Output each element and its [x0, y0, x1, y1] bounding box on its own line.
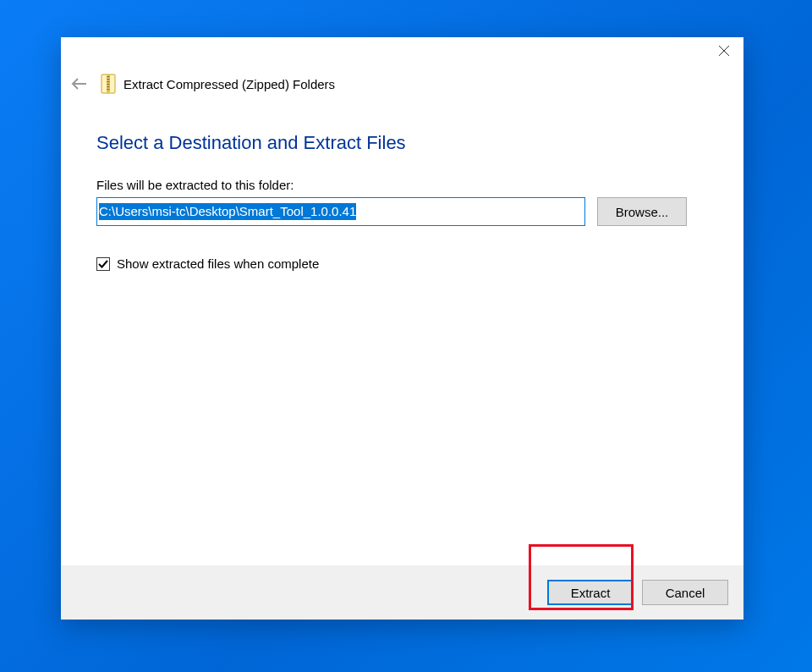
- dialog-header: Extract Compressed (Zipped) Folders: [61, 68, 743, 100]
- show-files-checkbox[interactable]: [96, 257, 110, 271]
- svg-rect-5: [107, 76, 110, 77]
- svg-rect-9: [107, 86, 110, 87]
- close-icon: [719, 46, 729, 56]
- page-heading: Select a Destination and Extract Files: [96, 132, 710, 154]
- cancel-button[interactable]: Cancel: [642, 580, 728, 605]
- dialog-footer: Extract Cancel: [61, 565, 743, 620]
- destination-path-text: C:\Users\msi-tc\Desktop\Smart_Tool_1.0.0…: [99, 203, 356, 220]
- back-arrow-icon: [69, 74, 90, 94]
- dialog-titlebar: [61, 37, 743, 68]
- extract-button[interactable]: Extract: [547, 580, 634, 605]
- svg-rect-10: [107, 89, 110, 90]
- svg-rect-7: [107, 81, 110, 82]
- zip-folder-icon: [100, 73, 117, 95]
- path-label: Files will be extracted to this folder:: [96, 178, 710, 192]
- svg-rect-8: [107, 84, 110, 85]
- back-button[interactable]: [69, 74, 90, 94]
- destination-path-input[interactable]: C:\Users\msi-tc\Desktop\Smart_Tool_1.0.0…: [96, 197, 585, 226]
- dialog-title: Extract Compressed (Zipped) Folders: [123, 77, 335, 91]
- extract-dialog: Extract Compressed (Zipped) Folders Sele…: [61, 37, 743, 620]
- close-button[interactable]: [705, 37, 743, 64]
- dialog-body: Select a Destination and Extract Files F…: [61, 100, 743, 565]
- check-icon: [98, 259, 108, 269]
- show-files-checkbox-label: Show extracted files when complete: [117, 256, 319, 271]
- svg-rect-6: [107, 79, 110, 80]
- browse-button[interactable]: Browse...: [597, 197, 687, 226]
